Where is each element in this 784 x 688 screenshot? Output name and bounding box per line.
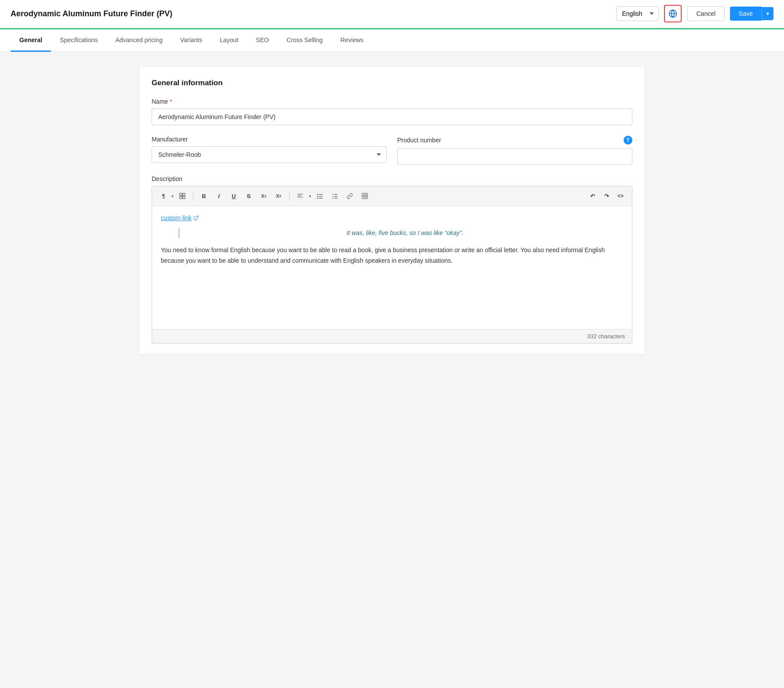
link-icon bbox=[347, 193, 353, 199]
svg-rect-4 bbox=[180, 196, 182, 199]
grid-icon bbox=[179, 193, 185, 199]
link-button[interactable] bbox=[344, 190, 356, 202]
unordered-list-icon bbox=[317, 193, 323, 199]
manufacturer-select-wrapper: Schmeler-Roob bbox=[152, 146, 387, 163]
char-count: 332 characters bbox=[587, 333, 625, 340]
svg-text:3.: 3. bbox=[332, 197, 334, 199]
svg-point-11 bbox=[317, 196, 318, 197]
svg-point-13 bbox=[317, 198, 318, 199]
unordered-list-button[interactable] bbox=[314, 190, 326, 202]
tab-layout[interactable]: Layout bbox=[211, 29, 247, 52]
tab-general[interactable]: General bbox=[11, 29, 51, 52]
redo-button[interactable]: ↷ bbox=[600, 190, 613, 202]
toolbar-group-paragraph: ¶ ▾ bbox=[157, 190, 174, 202]
blockquote-text: It was, like, five bucks, so I was like … bbox=[180, 228, 623, 238]
paragraph-button[interactable]: ¶ bbox=[157, 190, 170, 202]
align-chevron[interactable]: ▾ bbox=[309, 194, 311, 199]
globe-icon bbox=[668, 9, 677, 18]
manufacturer-field-group: Manufacturer Schmeler-Roob bbox=[152, 136, 387, 165]
manufacturer-label: Manufacturer bbox=[152, 136, 387, 143]
custom-link-container: custom link bbox=[161, 213, 623, 228]
svg-line-26 bbox=[196, 216, 198, 219]
toolbar-separator-2 bbox=[289, 192, 290, 200]
align-icon bbox=[297, 193, 303, 199]
svg-rect-21 bbox=[362, 193, 367, 199]
section-title: General information bbox=[152, 79, 632, 87]
main-content: General information Name * Manufacturer … bbox=[128, 52, 656, 369]
name-input[interactable] bbox=[152, 109, 632, 125]
superscript-button[interactable]: X2 bbox=[258, 190, 270, 202]
custom-link[interactable]: custom link bbox=[161, 213, 199, 223]
editor-footer: 332 characters bbox=[152, 329, 632, 343]
product-number-field-group: Product number ? pv-1 bbox=[397, 136, 632, 165]
product-number-input[interactable]: pv-1 bbox=[397, 148, 632, 165]
toolbar-separator-1 bbox=[193, 192, 193, 200]
svg-rect-3 bbox=[183, 193, 185, 196]
chevron-down-icon: ▾ bbox=[766, 11, 769, 17]
subscript-button[interactable]: X2 bbox=[272, 190, 285, 202]
name-label: Name * bbox=[152, 98, 632, 105]
toolbar-right-group: ↶ ↷ <> bbox=[586, 190, 627, 202]
code-button[interactable]: <> bbox=[614, 190, 627, 202]
name-field-group: Name * bbox=[152, 98, 632, 125]
product-number-label: Product number ? bbox=[397, 136, 632, 145]
save-button-wrapper: Save ▾ bbox=[730, 7, 773, 21]
globe-button[interactable] bbox=[664, 5, 682, 22]
editor-toolbar: ¶ ▾ B I U S bbox=[152, 186, 632, 206]
body-text: You need to know formal English because … bbox=[161, 245, 623, 266]
ordered-list-icon: 1. 2. 3. bbox=[332, 193, 338, 199]
info-icon[interactable]: ? bbox=[624, 136, 632, 145]
bold-button[interactable]: B bbox=[198, 190, 210, 202]
svg-rect-5 bbox=[183, 196, 185, 199]
manufacturer-product-row: Manufacturer Schmeler-Roob Product numbe… bbox=[152, 136, 632, 165]
description-field-group: Description ¶ ▾ bbox=[152, 175, 632, 344]
language-select[interactable]: English German French bbox=[616, 6, 659, 21]
tab-cross-selling[interactable]: Cross Selling bbox=[278, 29, 331, 52]
grid-button[interactable] bbox=[176, 190, 189, 202]
language-selector-wrapper: English German French bbox=[616, 6, 659, 21]
tab-reviews[interactable]: Reviews bbox=[331, 29, 372, 52]
manufacturer-select[interactable]: Schmeler-Roob bbox=[152, 146, 387, 163]
page-header: Aerodynamic Aluminum Future Finder (PV) … bbox=[0, 0, 784, 28]
svg-rect-2 bbox=[180, 193, 182, 196]
tabs-navigation: General Specifications Advanced pricing … bbox=[0, 29, 784, 52]
svg-point-9 bbox=[317, 194, 318, 195]
save-dropdown-button[interactable]: ▾ bbox=[762, 7, 773, 20]
table-icon bbox=[362, 193, 368, 199]
italic-button[interactable]: I bbox=[213, 190, 225, 202]
page-title: Aerodynamic Aluminum Future Finder (PV) bbox=[11, 9, 611, 18]
align-button[interactable] bbox=[294, 190, 306, 202]
ordered-list-button[interactable]: 1. 2. 3. bbox=[329, 190, 341, 202]
strikethrough-button[interactable]: S bbox=[243, 190, 255, 202]
tab-variants[interactable]: Variants bbox=[171, 29, 211, 52]
required-indicator: * bbox=[170, 98, 172, 105]
tab-advanced-pricing[interactable]: Advanced pricing bbox=[107, 29, 171, 52]
tab-seo[interactable]: SEO bbox=[247, 29, 278, 52]
tab-specifications[interactable]: Specifications bbox=[51, 29, 106, 52]
cancel-button[interactable]: Cancel bbox=[687, 6, 725, 21]
save-button[interactable]: Save bbox=[730, 7, 762, 21]
external-link-icon bbox=[193, 215, 199, 221]
rich-text-editor: ¶ ▾ B I U S bbox=[152, 186, 632, 344]
underline-button[interactable]: U bbox=[228, 190, 240, 202]
editor-content[interactable]: custom link It was, like, five bucks, so… bbox=[152, 206, 632, 329]
toolbar-paragraph-chevron[interactable]: ▾ bbox=[171, 194, 174, 199]
table-button[interactable] bbox=[359, 190, 371, 202]
general-information-card: General information Name * Manufacturer … bbox=[139, 66, 645, 355]
description-label: Description bbox=[152, 175, 632, 182]
undo-button[interactable]: ↶ bbox=[586, 190, 599, 202]
